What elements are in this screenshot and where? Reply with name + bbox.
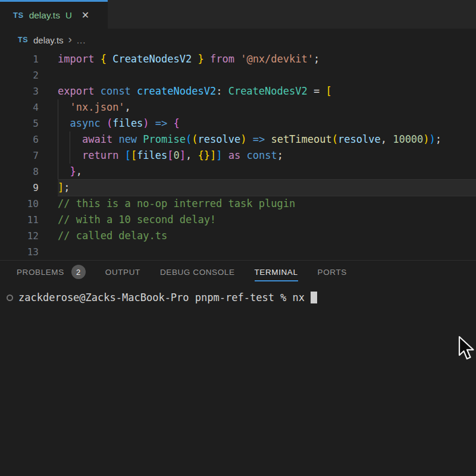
code-token: return xyxy=(82,149,118,161)
code-token: files xyxy=(112,117,143,129)
code-line-content[interactable]: await new Promise((resolve) => setTimeou… xyxy=(58,131,476,148)
breadcrumb: TS delay.ts › ... xyxy=(0,29,476,51)
code-token: // this is a no-op interred task plugin xyxy=(58,198,295,209)
code-token: export xyxy=(58,85,94,97)
close-icon[interactable]: ✕ xyxy=(82,10,89,21)
code-line-content[interactable]: async (files) => { xyxy=(58,115,476,131)
code-line-content[interactable]: return [[files[0], {}]] as const; xyxy=(58,148,476,164)
code-token: ] xyxy=(180,149,186,161)
code-line-content[interactable]: import { CreateNodesV2 } from '@nx/devki… xyxy=(58,51,476,67)
tab-delay-ts[interactable]: TS delay.ts U ✕ xyxy=(0,0,108,29)
line-number: 5 xyxy=(0,115,39,131)
line-number: 8 xyxy=(0,164,39,180)
code-token: const xyxy=(101,85,131,97)
code-line[interactable]: 11// with a 10 second delay! xyxy=(0,212,476,228)
code-token: async xyxy=(70,117,100,129)
panel-tab-ports[interactable]: PORTS xyxy=(318,265,347,281)
code-line[interactable]: 12// called delay.ts xyxy=(0,228,476,244)
code-token: from xyxy=(210,53,234,65)
code-token xyxy=(223,149,228,161)
panel-tab-label: TERMINAL xyxy=(255,268,298,277)
code-line[interactable]: 4 'nx.json', xyxy=(0,99,476,115)
problems-count-badge: 2 xyxy=(71,265,86,279)
code-token: , xyxy=(186,149,198,161)
code-token xyxy=(101,117,107,129)
indent-guide xyxy=(70,148,70,164)
code-token: ; xyxy=(314,53,320,65)
panel-tab-bar: PROBLEMS2OUTPUTDEBUG CONSOLETERMINALPORT… xyxy=(0,261,476,286)
code-line[interactable]: 8 }, xyxy=(0,164,476,180)
code-line[interactable]: 9]; xyxy=(0,180,476,196)
code-token xyxy=(94,85,100,97)
code-token: // with a 10 second delay! xyxy=(58,214,216,226)
code-line-content[interactable]: // called delay.ts xyxy=(58,228,476,244)
code-token: CreateNodesV2 xyxy=(228,85,308,97)
code-line[interactable]: 3export const createNodesV2: CreateNodes… xyxy=(0,83,476,99)
panel-tab-label: OUTPUT xyxy=(105,268,140,277)
typescript-file-icon: TS xyxy=(18,36,28,44)
code-token xyxy=(112,133,118,145)
code-token: ( xyxy=(186,133,192,145)
code-line[interactable]: 2 xyxy=(0,67,476,83)
line-number: 4 xyxy=(0,99,39,115)
code-line-content[interactable]: ]; xyxy=(58,180,476,196)
code-line[interactable]: 5 async (files) => { xyxy=(0,115,476,131)
code-token: , xyxy=(125,101,131,113)
code-token: Promise xyxy=(143,133,186,145)
code-line-content[interactable] xyxy=(58,67,476,83)
panel-tab-label: PROBLEMS xyxy=(17,268,64,277)
terminal[interactable]: zackderose@Zacks-MacBook-Pro pnpm-ref-te… xyxy=(0,292,476,303)
line-number: 12 xyxy=(0,228,39,244)
line-number: 6 xyxy=(0,131,39,148)
code-editor[interactable]: 1import { CreateNodesV2 } from '@nx/devk… xyxy=(0,51,476,260)
code-token xyxy=(234,53,240,65)
code-token: import xyxy=(58,53,94,65)
panel-tab-label: PORTS xyxy=(318,268,347,277)
code-token: resolve xyxy=(338,133,381,145)
code-token xyxy=(167,117,173,129)
code-token: {} xyxy=(198,149,210,161)
code-line-content[interactable]: // with a 10 second delay! xyxy=(58,212,476,228)
code-line-content[interactable]: 'nx.json', xyxy=(58,99,476,115)
code-token: ( xyxy=(192,133,198,145)
breadcrumb-file[interactable]: delay.ts xyxy=(33,35,64,45)
code-line-content[interactable]: export const createNodesV2: CreateNodesV… xyxy=(58,83,476,99)
indent-guide xyxy=(58,131,58,148)
code-token: = xyxy=(308,85,326,97)
breadcrumb-symbol-ellipsis[interactable]: ... xyxy=(77,35,86,45)
panel-tab-terminal[interactable]: TERMINAL xyxy=(255,265,298,281)
code-token xyxy=(131,85,137,97)
bottom-panel: PROBLEMS2OUTPUTDEBUG CONSOLETERMINALPORT… xyxy=(0,260,476,476)
code-line-content[interactable]: // this is a no-op interred task plugin xyxy=(58,196,476,212)
code-token xyxy=(58,165,70,177)
code-token xyxy=(149,117,155,129)
code-token xyxy=(204,53,210,65)
indent-guide xyxy=(58,164,58,180)
panel-tab-output[interactable]: OUTPUT xyxy=(105,265,140,281)
code-token: ; xyxy=(64,181,70,193)
code-line-content[interactable] xyxy=(58,244,476,260)
panel-tab-debug-console[interactable]: DEBUG CONSOLE xyxy=(160,265,235,281)
code-token: createNodesV2 xyxy=(137,85,216,97)
code-line[interactable]: 13 xyxy=(0,244,476,260)
code-line-content[interactable]: }, xyxy=(58,164,476,180)
code-token: [ xyxy=(131,149,137,161)
code-token: ) xyxy=(143,117,149,129)
code-line[interactable]: 7 return [[files[0], {}]] as const; xyxy=(0,148,476,164)
code-line[interactable]: 1import { CreateNodesV2 } from '@nx/devk… xyxy=(0,51,476,67)
panel-tab-problems[interactable]: PROBLEMS2 xyxy=(17,262,86,284)
code-token: ; xyxy=(436,133,441,145)
terminal-prompt: zackderose@Zacks-MacBook-Pro pnpm-ref-te… xyxy=(18,292,305,303)
code-line[interactable]: 10// this is a no-op interred task plugi… xyxy=(0,196,476,212)
code-token: 0 xyxy=(174,149,180,161)
code-line[interactable]: 6 await new Promise((resolve) => setTime… xyxy=(0,131,476,148)
code-token: '@nx/devkit' xyxy=(240,53,314,65)
code-token: setTimeout xyxy=(271,133,331,145)
code-token xyxy=(58,101,70,113)
tab-title: delay.ts xyxy=(29,10,60,21)
code-token: : xyxy=(216,85,228,97)
indent-guide xyxy=(70,131,70,148)
code-token: ( xyxy=(107,117,112,129)
panel-tab-label: DEBUG CONSOLE xyxy=(160,268,235,277)
code-token: resolve xyxy=(198,133,241,145)
